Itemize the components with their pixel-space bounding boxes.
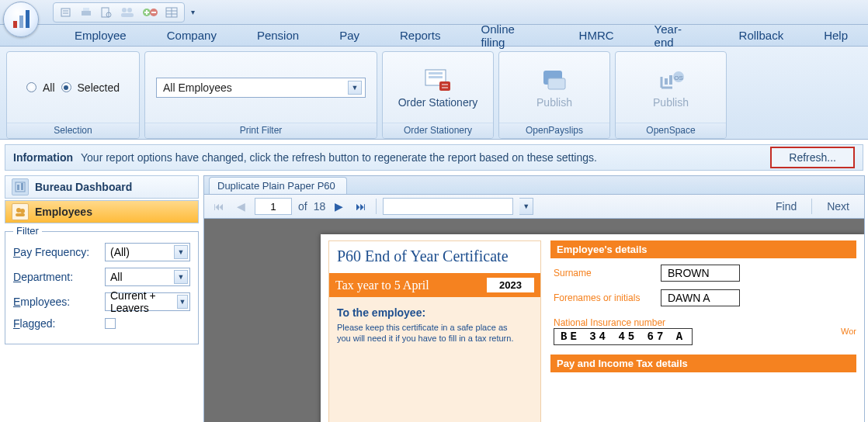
publish-openpayslips-button[interactable]: Publish [509, 65, 600, 110]
department-value: All [110, 271, 123, 283]
group-order-stationery: Order Stationery Order Stationery [382, 51, 494, 139]
quick-access-toolbar: ▾ [0, 0, 868, 25]
tab-reports[interactable]: Reports [380, 26, 461, 45]
report-viewport[interactable]: P60 End of Year Certificate Tax year to … [203, 219, 865, 422]
svg-rect-21 [16, 182, 25, 192]
doc-search-icon[interactable] [100, 6, 113, 19]
ni-value: BE 34 45 67 A [554, 328, 693, 345]
left-pane: Bureau Dashboard Employees Filter Pay Fr… [0, 175, 203, 422]
publish-openspace-button[interactable]: OS Publish [625, 65, 717, 110]
nav-employees[interactable]: Employees [5, 200, 199, 223]
dashboard-icon [12, 178, 29, 195]
group-selection: All Selected Selection [6, 51, 140, 139]
information-label: Information [13, 151, 73, 164]
app-logo-icon [13, 10, 30, 28]
find-input[interactable] [383, 198, 513, 215]
nav-bureau-dashboard-label: Bureau Dashboard [35, 181, 132, 193]
p60-employee-details-header: Employee's details [550, 240, 856, 258]
svg-text:OS: OS [674, 74, 683, 81]
p60-left-panel: P60 End of Year Certificate Tax year to … [328, 240, 541, 422]
tab-company[interactable]: Company [147, 26, 237, 45]
tab-rollback[interactable]: Rollback [719, 26, 804, 45]
ni-label: National Insurance number [554, 317, 693, 328]
filter-panel: Filter Pay Frequency: (All) ▼ Department… [5, 231, 199, 344]
radio-selected-label: Selected [78, 81, 120, 94]
svg-rect-26 [16, 213, 25, 216]
svg-point-24 [16, 208, 21, 213]
group-print-filter-label: Print Filter [145, 123, 377, 138]
openspace-icon: OS [625, 65, 717, 96]
svg-rect-0 [61, 9, 70, 16]
current-page-input[interactable] [255, 198, 292, 215]
tab-help[interactable]: Help [804, 26, 868, 45]
p60-taxyear-value: 2023 [487, 278, 534, 292]
works-number-label: Wor [841, 327, 856, 336]
group-openpayslips-label: OpenPayslips [499, 123, 609, 138]
group-openpayslips: Publish OpenPayslips [498, 51, 610, 139]
svg-rect-17 [665, 78, 668, 85]
payslip-icon [509, 65, 600, 96]
pager-of-label: of [298, 200, 307, 213]
tab-yearend[interactable]: Year-end [634, 19, 719, 52]
find-button[interactable]: Find [767, 198, 805, 215]
department-combo[interactable]: All ▼ [105, 268, 190, 286]
tab-onlinefiling[interactable]: Online filing [461, 19, 559, 52]
surname-value: BROWN [661, 265, 740, 282]
ribbon: All Selected Selection All Employees ▼ P… [0, 47, 868, 140]
forenames-value: DAWN A [661, 289, 740, 306]
flagged-checkbox[interactable] [105, 318, 116, 329]
nav-bureau-dashboard[interactable]: Bureau Dashboard [5, 175, 199, 199]
next-page-button[interactable]: ▶ [332, 199, 346, 214]
refresh-button[interactable]: Refresh... [770, 147, 855, 168]
svg-rect-13 [429, 76, 443, 78]
first-page-button[interactable]: ⏮ [210, 199, 227, 214]
publish-openspace-label: Publish [625, 96, 717, 110]
last-page-button[interactable]: ⏭ [352, 199, 370, 214]
document-tabbar: Duplicate Plain Paper P60 [203, 175, 865, 194]
prev-page-button[interactable]: ◀ [234, 199, 248, 214]
department-label: Department: [13, 271, 100, 283]
table-icon[interactable] [165, 6, 178, 19]
information-bar: Information Your report options have cha… [5, 144, 863, 171]
app-menu-orb[interactable] [3, 2, 39, 37]
qat-buttons [53, 2, 185, 22]
p60-note-line1: Please keep this certificate in a safe p… [337, 322, 533, 333]
svg-rect-12 [429, 72, 443, 74]
user-pair-icon[interactable] [120, 6, 134, 19]
print-filter-combo[interactable]: All Employees ▼ [156, 78, 366, 98]
group-openspace-label: OpenSpace [616, 123, 726, 138]
group-print-filter: All Employees ▼ Print Filter [144, 51, 377, 139]
information-message: Your report options have changed, click … [81, 151, 762, 164]
pay-frequency-combo[interactable]: (All) ▼ [105, 243, 190, 261]
tab-hmrc[interactable]: HMRC [559, 26, 634, 45]
order-stationery-button[interactable]: Order Stationery [392, 65, 484, 110]
chevron-down-icon: ▼ [174, 245, 188, 259]
print-icon[interactable] [80, 6, 92, 19]
p60-taxyear-bar: Tax year to 5 April 2023 [329, 273, 540, 297]
tab-pension[interactable]: Pension [237, 26, 319, 45]
find-next-button[interactable]: Next [818, 198, 858, 215]
qat-customize-icon[interactable]: ▾ [191, 8, 195, 16]
ribbon-tabstrip: Employee Company Pension Pay Reports Onl… [0, 25, 868, 47]
tab-pay[interactable]: Pay [319, 26, 380, 45]
surname-label: Surname [554, 268, 654, 278]
radio-selected[interactable] [61, 82, 71, 92]
chevron-down-icon: ▼ [177, 295, 188, 309]
document-tab[interactable]: Duplicate Plain Paper P60 [209, 177, 347, 194]
nav-employees-label: Employees [35, 206, 92, 218]
tab-employee[interactable]: Employee [54, 26, 147, 45]
group-order-stationery-label: Order Stationery [383, 123, 493, 138]
main-split: Bureau Dashboard Employees Filter Pay Fr… [0, 175, 868, 422]
employees-filter-combo[interactable]: Current + Leavers ▼ [105, 292, 190, 311]
flagged-label: Flagged: [13, 317, 100, 330]
add-remove-icon[interactable] [142, 6, 158, 19]
filter-legend: Filter [13, 225, 42, 237]
svg-point-6 [127, 8, 132, 12]
radio-all[interactable] [26, 82, 36, 92]
doc-open-icon[interactable] [60, 6, 72, 19]
p60-title: P60 End of Year Certificate [329, 241, 540, 273]
toolbar-separator [811, 199, 812, 214]
find-dropdown-icon[interactable]: ▼ [519, 198, 533, 215]
toolbar-separator [376, 199, 377, 214]
report-page: P60 End of Year Certificate Tax year to … [321, 234, 864, 422]
